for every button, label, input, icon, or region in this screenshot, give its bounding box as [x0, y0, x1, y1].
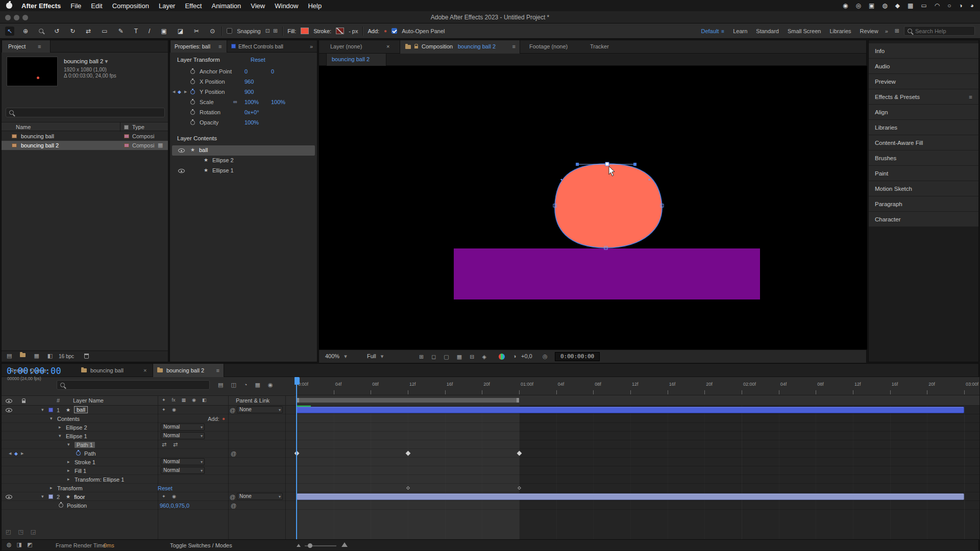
- tab-comp-bouncing-ball[interactable]: bouncing ball: [90, 367, 124, 373]
- stopwatch-icon[interactable]: [190, 110, 195, 115]
- expand-inout-icon[interactable]: ◲: [31, 529, 36, 535]
- blend-mode-dropdown[interactable]: Normal▾: [161, 467, 205, 474]
- composition-canvas[interactable]: [319, 66, 867, 349]
- property-label[interactable]: Position: [67, 503, 87, 509]
- new-composition-icon[interactable]: ▦: [34, 353, 39, 359]
- panel-tab-paragraph[interactable]: Paragraph: [869, 196, 978, 211]
- keyboard-icon[interactable]: ▦: [908, 2, 913, 9]
- menu-edit[interactable]: Edit: [91, 2, 102, 10]
- eye-icon[interactable]: [178, 148, 185, 153]
- frame-blending-icon[interactable]: ▦: [255, 382, 260, 388]
- menu-file[interactable]: File: [70, 2, 81, 10]
- snapping-checkbox[interactable]: [227, 28, 232, 34]
- property-row-fill-1[interactable]: ▸Fill 1Normal▾: [2, 466, 295, 475]
- stopwatch-icon[interactable]: [190, 100, 195, 105]
- snap-option-1-icon[interactable]: ⊡: [265, 28, 270, 34]
- stopwatch-icon[interactable]: [190, 120, 195, 125]
- property-row-contents[interactable]: ▾ContentsAdd:●: [2, 414, 295, 423]
- battery-icon[interactable]: ▭: [921, 2, 926, 9]
- property-row-transform[interactable]: ▸TransformReset: [2, 484, 295, 492]
- spotlight-icon[interactable]: ○: [947, 2, 951, 9]
- selection-tool[interactable]: ↖: [5, 27, 14, 36]
- draft-icon[interactable]: ◨: [17, 542, 22, 547]
- panel-tab-content-aware-fill[interactable]: Content-Aware Fill: [869, 135, 978, 150]
- motion-blur-icon[interactable]: ◉: [172, 494, 176, 499]
- menu-window[interactable]: Window: [275, 2, 298, 10]
- panel-tab-effects-presets[interactable]: Effects & Presets≡: [869, 89, 978, 104]
- wifi-icon[interactable]: ◠: [935, 2, 940, 9]
- property-value[interactable]: 900: [244, 89, 254, 95]
- property-value[interactable]: 0: [244, 68, 248, 74]
- project-flowchart-icon[interactable]: ▤: [7, 353, 12, 359]
- lock-icon[interactable]: [414, 46, 418, 48]
- menu-view[interactable]: View: [251, 2, 265, 10]
- new-folder-icon[interactable]: [20, 353, 26, 357]
- color-depth-value[interactable]: 16 bpc: [59, 354, 74, 359]
- link-dimensions-icon[interactable]: ∞: [233, 98, 237, 105]
- add-property-button[interactable]: ●: [222, 416, 225, 421]
- pickwhip-icon[interactable]: @: [231, 450, 236, 457]
- twirl-icon[interactable]: ▸: [67, 468, 70, 473]
- label-color-chip[interactable]: [48, 494, 53, 499]
- playhead-head[interactable]: [295, 377, 300, 385]
- properties-panel-menu-icon[interactable]: ≡: [218, 43, 222, 49]
- in-interpolation-icon[interactable]: ⇄: [162, 442, 166, 447]
- timeline-zoom-handle[interactable]: [308, 543, 312, 548]
- previous-keyframe-icon[interactable]: ◀: [9, 452, 11, 456]
- tab-comp-bouncing-ball-2[interactable]: bouncing ball 2 ≡: [153, 364, 224, 377]
- panel-menu-icon[interactable]: ≡: [969, 94, 972, 100]
- tab-project[interactable]: Project ≡: [2, 40, 51, 53]
- layer-name[interactable]: floor: [74, 494, 85, 500]
- exposure-value[interactable]: +0,0: [521, 353, 532, 359]
- twirl-icon[interactable]: ▾: [41, 494, 44, 499]
- expand-layer-switches-icon[interactable]: ◰: [6, 529, 11, 535]
- workspace-review[interactable]: Review: [860, 28, 878, 34]
- stopwatch-icon[interactable]: [190, 80, 195, 84]
- label-color-chip[interactable]: [48, 408, 53, 412]
- workspace-overflow-icon[interactable]: »: [885, 28, 888, 34]
- type-tool[interactable]: T: [132, 27, 140, 36]
- property-label[interactable]: Path: [84, 450, 96, 457]
- timeline-track-area[interactable]: 0:00f04f08f12f16f20f01:00f04f08f12f16f20…: [295, 377, 979, 539]
- toggle-switches-modes-button[interactable]: Toggle Switches / Modes: [170, 542, 232, 548]
- property-row-stroke-1[interactable]: ▸Stroke 1Normal▾: [2, 458, 295, 466]
- twirl-icon[interactable]: ▸: [67, 477, 70, 482]
- puppet-pin-tool[interactable]: ⊙: [208, 27, 217, 36]
- stroke-label[interactable]: Stroke:: [313, 28, 331, 34]
- property-value[interactable]: 100%: [271, 99, 285, 105]
- current-timecode[interactable]: 0:00:00:00: [7, 366, 61, 376]
- close-tab-icon[interactable]: ×: [143, 367, 146, 373]
- comp-flowchart-icon[interactable]: ▤: [218, 382, 223, 388]
- apple-menu-icon[interactable]: [6, 3, 12, 9]
- twirl-icon[interactable]: ▾: [50, 416, 53, 421]
- content-row-ball[interactable]: ★ball: [172, 145, 315, 156]
- twirl-icon[interactable]: ▾: [67, 442, 70, 447]
- fill-label[interactable]: Fill:: [287, 28, 296, 34]
- tab-effect-controls[interactable]: Effect Controls ball: [238, 43, 283, 49]
- property-row-transform-ellipse-1[interactable]: ▸Transform: Ellipse 1: [2, 475, 295, 484]
- motion-blur-icon[interactable]: ◉: [172, 408, 176, 412]
- workspace-learn[interactable]: Learn: [733, 28, 747, 34]
- layer-row-floor[interactable]: ▾2★floor✦◉@None▾: [2, 492, 295, 501]
- property-value[interactable]: 100%: [244, 99, 259, 105]
- viewer-timecode[interactable]: 0:00:00:00: [555, 352, 600, 361]
- parent-dropdown[interactable]: None▾: [237, 406, 283, 413]
- mask-visibility-icon[interactable]: ◻: [431, 354, 436, 360]
- magnification-dropdown[interactable]: 400% ▾: [325, 353, 347, 360]
- tab-tracker[interactable]: Tracker: [590, 43, 609, 49]
- reset-button[interactable]: Reset: [158, 485, 173, 491]
- panel-tab-character[interactable]: Character: [869, 212, 978, 227]
- tab-footage-viewer[interactable]: Footage (none): [529, 43, 568, 49]
- creative-cloud-icon[interactable]: ◍: [882, 2, 887, 9]
- property-label[interactable]: Stroke 1: [75, 459, 95, 465]
- column-parent-link[interactable]: Parent & Link: [236, 397, 270, 404]
- twirl-icon[interactable]: ▸: [50, 486, 53, 490]
- property-row-path-1[interactable]: ▾Path 1⇄⇄: [2, 440, 295, 449]
- layer-duration-bar[interactable]: [297, 407, 964, 413]
- menu-effect[interactable]: Effect: [185, 2, 202, 10]
- brush-tool[interactable]: /: [146, 27, 152, 36]
- project-row-bouncing-ball-2[interactable]: bouncing ball 2Composi▦: [2, 141, 168, 150]
- orbit-camera-tool[interactable]: ↺: [52, 27, 61, 36]
- eye-icon[interactable]: [6, 495, 12, 499]
- next-keyframe-icon[interactable]: ▶: [21, 452, 23, 456]
